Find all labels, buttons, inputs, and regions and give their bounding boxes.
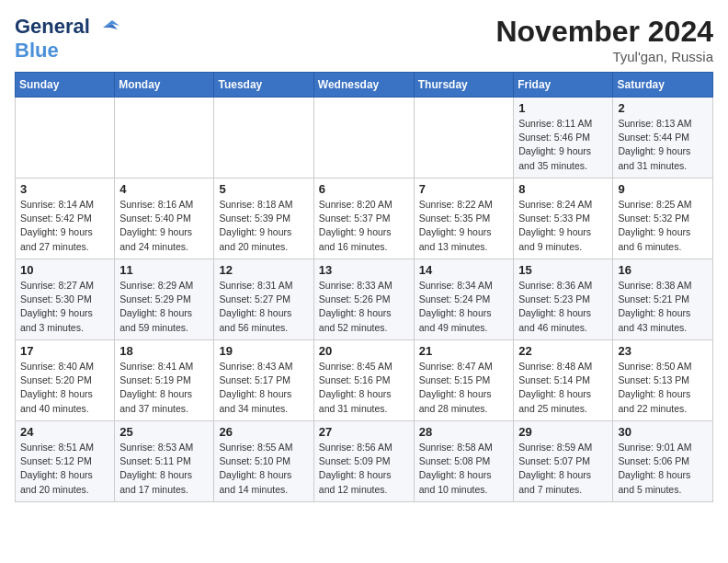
logo-blue-text: Blue [15, 39, 59, 62]
calendar-cell: 28Sunrise: 8:58 AM Sunset: 5:08 PM Dayli… [414, 421, 514, 502]
day-info: Sunrise: 8:48 AM Sunset: 5:14 PM Dayligh… [518, 361, 592, 414]
day-info: Sunrise: 8:24 AM Sunset: 5:33 PM Dayligh… [518, 199, 592, 252]
calendar-cell [414, 98, 514, 178]
day-number: 17 [20, 344, 109, 358]
day-info: Sunrise: 8:22 AM Sunset: 5:35 PM Dayligh… [419, 199, 493, 252]
calendar-row: 3Sunrise: 8:14 AM Sunset: 5:42 PM Daylig… [16, 178, 713, 259]
day-number: 23 [618, 344, 708, 358]
calendar-cell [313, 98, 414, 178]
calendar-cell [115, 98, 214, 178]
day-info: Sunrise: 8:55 AM Sunset: 5:10 PM Dayligh… [219, 442, 292, 495]
day-number: 9 [618, 182, 708, 196]
calendar-cell: 21Sunrise: 8:47 AM Sunset: 5:15 PM Dayli… [414, 340, 514, 421]
day-info: Sunrise: 8:31 AM Sunset: 5:27 PM Dayligh… [219, 280, 292, 333]
day-number: 14 [419, 263, 509, 277]
page-header: General Blue November 2024 Tyul'gan, Rus… [15, 15, 713, 64]
day-info: Sunrise: 8:53 AM Sunset: 5:11 PM Dayligh… [119, 442, 193, 495]
calendar-cell: 1Sunrise: 8:11 AM Sunset: 5:46 PM Daylig… [514, 98, 613, 178]
day-info: Sunrise: 8:47 AM Sunset: 5:15 PM Dayligh… [419, 361, 493, 414]
calendar-cell: 14Sunrise: 8:34 AM Sunset: 5:24 PM Dayli… [414, 259, 514, 340]
day-info: Sunrise: 8:16 AM Sunset: 5:40 PM Dayligh… [119, 199, 193, 252]
calendar-row: 17Sunrise: 8:40 AM Sunset: 5:20 PM Dayli… [16, 340, 713, 421]
day-info: Sunrise: 8:14 AM Sunset: 5:42 PM Dayligh… [20, 199, 94, 252]
day-info: Sunrise: 8:40 AM Sunset: 5:20 PM Dayligh… [20, 361, 94, 414]
day-number: 4 [119, 182, 209, 196]
day-number: 29 [518, 425, 608, 439]
day-number: 28 [419, 425, 509, 439]
calendar-cell: 18Sunrise: 8:41 AM Sunset: 5:19 PM Dayli… [115, 340, 214, 421]
calendar-header-cell: Sunday [16, 73, 115, 98]
calendar-cell: 11Sunrise: 8:29 AM Sunset: 5:29 PM Dayli… [115, 259, 214, 340]
day-number: 10 [20, 263, 109, 277]
calendar-cell: 6Sunrise: 8:20 AM Sunset: 5:37 PM Daylig… [313, 178, 414, 259]
day-info: Sunrise: 8:45 AM Sunset: 5:16 PM Dayligh… [319, 361, 392, 414]
calendar-header-cell: Wednesday [313, 73, 414, 98]
day-info: Sunrise: 8:20 AM Sunset: 5:37 PM Dayligh… [319, 199, 392, 252]
calendar-header-cell: Friday [514, 73, 613, 98]
logo-text: General [15, 15, 90, 39]
calendar-cell: 3Sunrise: 8:14 AM Sunset: 5:42 PM Daylig… [16, 178, 115, 259]
day-info: Sunrise: 8:18 AM Sunset: 5:39 PM Dayligh… [219, 199, 292, 252]
day-info: Sunrise: 8:51 AM Sunset: 5:12 PM Dayligh… [20, 442, 94, 495]
day-number: 21 [419, 344, 509, 358]
calendar-cell: 20Sunrise: 8:45 AM Sunset: 5:16 PM Dayli… [313, 340, 414, 421]
calendar-cell: 30Sunrise: 9:01 AM Sunset: 5:06 PM Dayli… [613, 421, 713, 502]
day-info: Sunrise: 8:59 AM Sunset: 5:07 PM Dayligh… [518, 442, 592, 495]
day-info: Sunrise: 8:29 AM Sunset: 5:29 PM Dayligh… [119, 280, 193, 333]
calendar-header-cell: Tuesday [214, 73, 313, 98]
day-number: 5 [219, 182, 308, 196]
calendar-header-cell: Thursday [414, 73, 514, 98]
calendar-body: 1Sunrise: 8:11 AM Sunset: 5:46 PM Daylig… [16, 98, 713, 502]
day-info: Sunrise: 8:56 AM Sunset: 5:09 PM Dayligh… [319, 442, 392, 495]
calendar-cell: 19Sunrise: 8:43 AM Sunset: 5:17 PM Dayli… [214, 340, 313, 421]
day-number: 24 [20, 425, 109, 439]
calendar-header-cell: Monday [115, 73, 214, 98]
calendar-header-cell: Saturday [613, 73, 713, 98]
calendar-table: SundayMondayTuesdayWednesdayThursdayFrid… [15, 72, 713, 502]
day-info: Sunrise: 8:50 AM Sunset: 5:13 PM Dayligh… [618, 361, 691, 414]
month-title: November 2024 [495, 15, 713, 49]
calendar-cell: 7Sunrise: 8:22 AM Sunset: 5:35 PM Daylig… [414, 178, 514, 259]
day-number: 27 [319, 425, 409, 439]
day-number: 12 [219, 263, 308, 277]
calendar-cell: 2Sunrise: 8:13 AM Sunset: 5:44 PM Daylig… [613, 98, 713, 178]
calendar-cell [214, 98, 313, 178]
calendar-cell: 24Sunrise: 8:51 AM Sunset: 5:12 PM Dayli… [16, 421, 115, 502]
day-number: 25 [119, 425, 209, 439]
calendar-cell: 4Sunrise: 8:16 AM Sunset: 5:40 PM Daylig… [115, 178, 214, 259]
calendar-cell: 16Sunrise: 8:38 AM Sunset: 5:21 PM Dayli… [613, 259, 713, 340]
day-number: 26 [219, 425, 308, 439]
day-info: Sunrise: 8:41 AM Sunset: 5:19 PM Dayligh… [119, 361, 193, 414]
day-info: Sunrise: 8:58 AM Sunset: 5:08 PM Dayligh… [419, 442, 493, 495]
day-number: 19 [219, 344, 308, 358]
day-number: 18 [119, 344, 209, 358]
calendar-row: 24Sunrise: 8:51 AM Sunset: 5:12 PM Dayli… [16, 421, 713, 502]
day-info: Sunrise: 8:27 AM Sunset: 5:30 PM Dayligh… [20, 280, 94, 333]
day-number: 30 [618, 425, 708, 439]
day-number: 8 [518, 182, 608, 196]
calendar-row: 10Sunrise: 8:27 AM Sunset: 5:30 PM Dayli… [16, 259, 713, 340]
day-info: Sunrise: 9:01 AM Sunset: 5:06 PM Dayligh… [618, 442, 691, 495]
day-number: 15 [518, 263, 608, 277]
day-info: Sunrise: 8:11 AM Sunset: 5:46 PM Dayligh… [518, 118, 592, 171]
day-number: 16 [618, 263, 708, 277]
calendar-cell: 12Sunrise: 8:31 AM Sunset: 5:27 PM Dayli… [214, 259, 313, 340]
calendar-cell: 5Sunrise: 8:18 AM Sunset: 5:39 PM Daylig… [214, 178, 313, 259]
calendar-cell: 29Sunrise: 8:59 AM Sunset: 5:07 PM Dayli… [514, 421, 613, 502]
calendar-cell: 17Sunrise: 8:40 AM Sunset: 5:20 PM Dayli… [16, 340, 115, 421]
logo-bird-icon [94, 17, 121, 37]
day-number: 3 [20, 182, 109, 196]
day-number: 11 [119, 263, 209, 277]
calendar-cell: 22Sunrise: 8:48 AM Sunset: 5:14 PM Dayli… [514, 340, 613, 421]
calendar-cell: 9Sunrise: 8:25 AM Sunset: 5:32 PM Daylig… [613, 178, 713, 259]
day-number: 22 [518, 344, 608, 358]
day-info: Sunrise: 8:38 AM Sunset: 5:21 PM Dayligh… [618, 280, 691, 333]
day-info: Sunrise: 8:36 AM Sunset: 5:23 PM Dayligh… [518, 280, 592, 333]
day-info: Sunrise: 8:43 AM Sunset: 5:17 PM Dayligh… [219, 361, 292, 414]
title-area: November 2024 Tyul'gan, Russia [495, 15, 713, 64]
day-number: 2 [618, 101, 708, 115]
location: Tyul'gan, Russia [495, 49, 713, 64]
calendar-cell: 23Sunrise: 8:50 AM Sunset: 5:13 PM Dayli… [613, 340, 713, 421]
day-number: 7 [419, 182, 509, 196]
calendar-cell: 8Sunrise: 8:24 AM Sunset: 5:33 PM Daylig… [514, 178, 613, 259]
